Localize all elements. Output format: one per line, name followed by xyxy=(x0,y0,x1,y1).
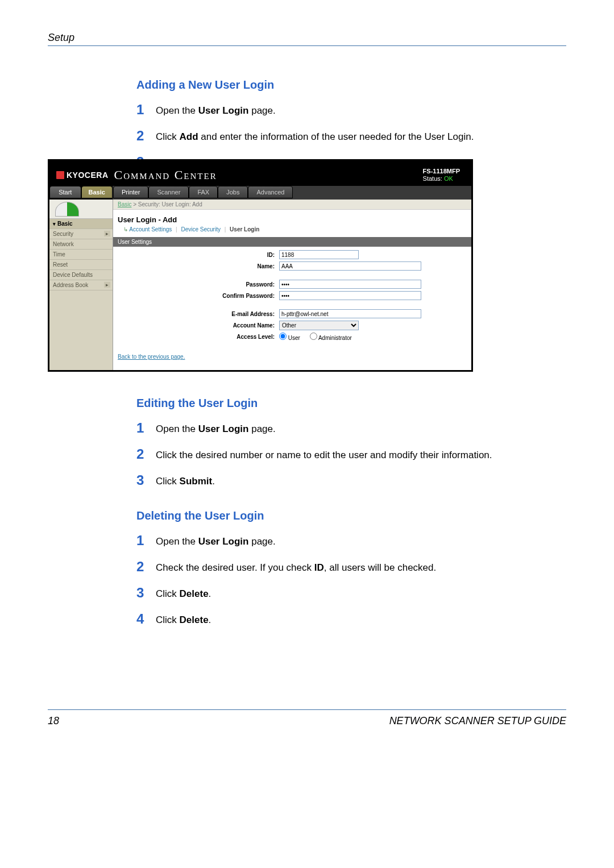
command-center-screenshot: KYOCERA Command Center FS-1118MFP Status… xyxy=(48,159,473,372)
sidebar-item-device-defaults[interactable]: Device Defaults xyxy=(49,270,113,280)
label-id: ID: xyxy=(120,252,279,258)
section-user-settings: User Settings xyxy=(113,237,471,247)
step-text: Open the User Login page. xyxy=(156,420,492,446)
heading-deleting: Deleting the User Login xyxy=(136,509,566,522)
breadcrumb-basic-link[interactable]: Basic xyxy=(118,201,131,207)
tab-advanced[interactable]: Advanced xyxy=(248,186,293,198)
step-number: 1 xyxy=(136,420,156,446)
step-number: 1 xyxy=(136,102,156,128)
password-field[interactable] xyxy=(279,280,421,289)
step-number: 3 xyxy=(136,585,156,611)
divider-bottom xyxy=(48,709,566,710)
kyocera-logo-icon xyxy=(56,171,64,179)
sidebar-item-address-book[interactable]: Address Book▸ xyxy=(49,280,113,290)
page-section-header: Setup xyxy=(48,32,74,44)
step-number: 2 xyxy=(136,128,156,154)
step-text: Click Add and enter the information of t… xyxy=(156,128,474,154)
radio-user[interactable] xyxy=(279,333,287,340)
tab-start[interactable]: Start xyxy=(49,186,81,198)
step-number: 2 xyxy=(136,446,156,472)
heading-editing: Editing the User Login xyxy=(136,397,566,410)
link-device-security[interactable]: Device Security xyxy=(181,226,220,232)
step-number: 4 xyxy=(136,611,156,637)
tab-scanner[interactable]: Scanner xyxy=(148,186,189,198)
tab-fax[interactable]: FAX xyxy=(189,186,218,198)
label-password: Password: xyxy=(120,281,279,288)
label-account-name: Account Name: xyxy=(120,322,279,329)
sidebar-item-network[interactable]: Network xyxy=(49,239,113,250)
email-field[interactable] xyxy=(279,309,421,318)
heading-adding: Adding a New User Login xyxy=(136,78,566,92)
sidebar: Basic Security▸ Network Time Reset Devic… xyxy=(49,200,113,370)
radio-administrator[interactable] xyxy=(310,333,317,340)
step-text: Click Delete. xyxy=(156,585,436,611)
chevron-right-icon: ▸ xyxy=(104,231,110,236)
device-status: FS-1118MFP Status: OK xyxy=(423,168,464,182)
tab-printer[interactable]: Printer xyxy=(113,186,148,198)
tab-basic[interactable]: Basic xyxy=(81,186,113,198)
panel-sublinks: ↳ Account Settings | Device Security | U… xyxy=(113,225,471,237)
tab-jobs[interactable]: Jobs xyxy=(218,186,248,198)
step-number: 1 xyxy=(136,533,156,559)
main-panel: Basic > Security: User Login: Add User L… xyxy=(113,200,471,370)
confirm-password-field[interactable] xyxy=(279,291,421,300)
step-text: Open the User Login page. xyxy=(156,102,474,128)
user-settings-form: ID: Name: Password: Confirm Password: xyxy=(113,247,471,350)
current-user-login: User Login xyxy=(230,226,259,232)
label-email: E-mail Address: xyxy=(120,311,279,317)
label-confirm-password: Confirm Password: xyxy=(120,293,279,299)
sidebar-item-reset[interactable]: Reset xyxy=(49,260,113,270)
step-text: Click Delete. xyxy=(156,611,436,637)
panel-title: User Login - Add xyxy=(113,210,471,225)
steps-editing: 1 Open the User Login page. 2 Click the … xyxy=(136,420,492,499)
brand-command-center: Command Center xyxy=(114,168,217,182)
app-header: KYOCERA Command Center FS-1118MFP Status… xyxy=(49,161,471,186)
name-field[interactable] xyxy=(279,261,421,271)
step-text: Click the desired number or name to edit… xyxy=(156,446,492,472)
steps-deleting: 1 Open the User Login page. 2 Check the … xyxy=(136,533,436,637)
step-number: 2 xyxy=(136,559,156,585)
account-name-select[interactable]: Other xyxy=(279,321,359,330)
page-number: 18 xyxy=(48,715,59,727)
status-gauge-icon xyxy=(49,200,113,219)
arrow-icon: ↳ xyxy=(123,226,129,232)
chevron-right-icon: ▸ xyxy=(104,282,110,288)
link-account-settings[interactable]: Account Settings xyxy=(129,226,172,232)
step-text: Check the desired user. If you check ID,… xyxy=(156,559,436,585)
step-text: Open the User Login page. xyxy=(156,533,436,559)
brand-kyocera: KYOCERA xyxy=(67,171,109,180)
divider-top xyxy=(48,45,566,46)
label-name: Name: xyxy=(120,263,279,269)
breadcrumb: Basic > Security: User Login: Add xyxy=(113,200,471,210)
back-link[interactable]: Back to the previous page. xyxy=(118,354,185,360)
sidebar-item-time[interactable]: Time xyxy=(49,250,113,260)
id-field[interactable] xyxy=(279,250,359,259)
footer-guide-title: NETWORK SCANNER SETUP GUIDE xyxy=(389,715,566,727)
label-access-level: Access Level: xyxy=(120,334,279,340)
sidebar-item-security[interactable]: Security▸ xyxy=(49,229,113,239)
sidebar-item-basic[interactable]: Basic xyxy=(49,219,113,229)
